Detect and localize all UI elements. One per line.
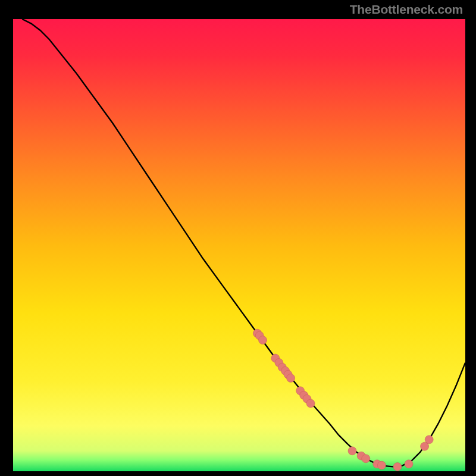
chart-container: { "watermark": "TheBottleneck.com", "col… — [0, 0, 476, 476]
chart-svg — [13, 19, 465, 471]
data-marker — [405, 460, 413, 468]
data-marker — [393, 462, 402, 471]
data-marker — [348, 447, 356, 455]
data-marker — [377, 461, 386, 469]
data-marker — [287, 374, 295, 382]
data-marker — [362, 455, 370, 463]
watermark-label: TheBottleneck.com — [350, 2, 463, 17]
data-marker — [259, 336, 267, 345]
gradient-fill — [13, 19, 465, 471]
data-marker — [425, 436, 433, 444]
plot-area — [12, 18, 464, 470]
data-marker — [306, 399, 315, 408]
